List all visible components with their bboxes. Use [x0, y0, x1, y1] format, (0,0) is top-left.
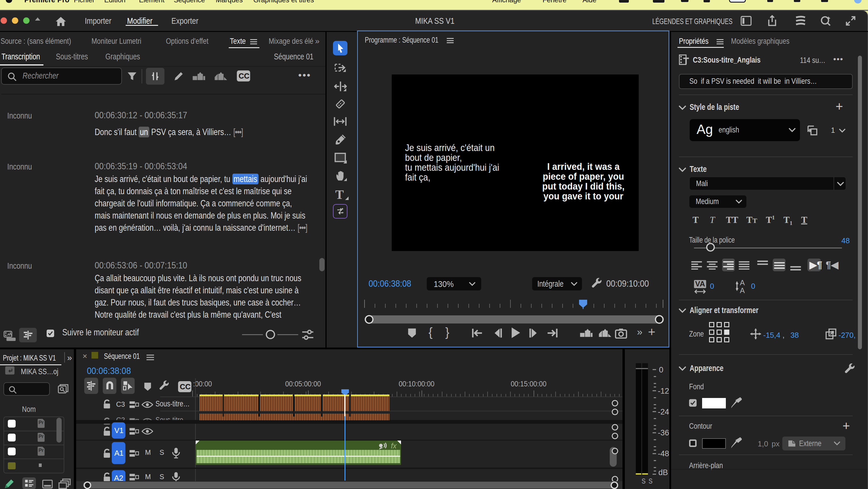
svg-text:A: A [740, 286, 745, 294]
svg-text:A: A [740, 279, 745, 287]
